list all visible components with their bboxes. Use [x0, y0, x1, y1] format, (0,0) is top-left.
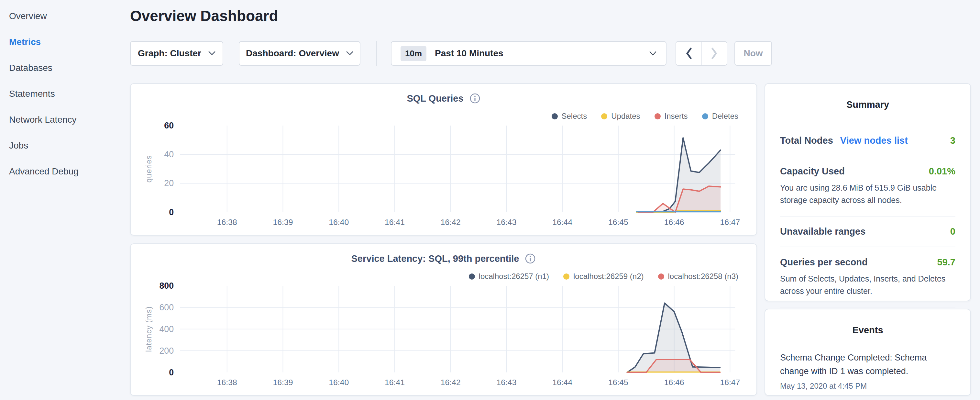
sidebar-item-statements[interactable]: Statements	[0, 81, 129, 107]
summary-row-value: 0	[950, 226, 955, 237]
svg-text:800: 800	[159, 281, 174, 291]
dashboard-dropdown-label: Dashboard: Overview	[246, 48, 339, 59]
time-next-button[interactable]	[702, 42, 727, 65]
sidebar: OverviewMetricsDatabasesStatementsNetwor…	[0, 0, 129, 185]
event-text: Schema Change Completed: Schema change w…	[780, 351, 955, 378]
svg-text:60: 60	[164, 121, 174, 131]
svg-text:0: 0	[169, 368, 174, 377]
summary-row-label: Capacity Used	[780, 166, 845, 177]
service-latency-chart-panel: Service Latency: SQL, 99th percentile lo…	[130, 243, 757, 396]
sidebar-item-databases[interactable]: Databases	[0, 55, 129, 81]
service-latency-chart[interactable]: 0200400600800latency (ms)16:3816:3916:40…	[131, 244, 756, 395]
svg-text:16:43: 16:43	[496, 218, 516, 226]
events-panel: Events Schema Change Completed: Schema c…	[765, 309, 971, 396]
sidebar-item-jobs[interactable]: Jobs	[0, 133, 129, 159]
summary-panel: Summary Total NodesView nodes list3Capac…	[765, 83, 971, 301]
svg-text:latency (ms): latency (ms)	[144, 306, 153, 352]
svg-text:16:47: 16:47	[720, 218, 740, 226]
chevron-down-icon	[346, 51, 353, 56]
toolbar: Graph: Cluster Dashboard: Overview 10m P…	[130, 41, 772, 66]
summary-row-value: 0.01%	[929, 166, 955, 177]
svg-text:16:41: 16:41	[385, 218, 405, 226]
view-nodes-list-link[interactable]: View nodes list	[840, 135, 908, 146]
svg-text:16:41: 16:41	[385, 378, 405, 387]
svg-text:queries: queries	[144, 155, 153, 183]
summary-row-label: Unavailable ranges	[780, 226, 865, 237]
svg-text:16:38: 16:38	[217, 218, 237, 226]
summary-row: Unavailable ranges0	[780, 216, 955, 247]
graph-dropdown-label: Graph: Cluster	[138, 48, 201, 59]
summary-row-label: Queries per second	[780, 257, 868, 268]
summary-row-value: 59.7	[937, 257, 955, 268]
toolbar-divider	[376, 41, 377, 66]
svg-text:16:44: 16:44	[552, 378, 572, 387]
summary-row: Queries per second59.7Sum of Selects, Up…	[780, 247, 955, 307]
event-timestamp: May 13, 2020 at 4:45 PM	[780, 382, 955, 390]
summary-title: Summary	[780, 99, 955, 110]
sidebar-item-overview[interactable]: Overview	[0, 3, 129, 29]
svg-text:16:38: 16:38	[217, 378, 237, 387]
svg-text:16:45: 16:45	[608, 218, 628, 226]
chevron-left-icon	[685, 48, 692, 59]
chevron-right-icon	[711, 48, 718, 59]
svg-text:16:40: 16:40	[329, 378, 349, 387]
svg-text:16:45: 16:45	[608, 378, 628, 387]
summary-row-description: You are using 28.6 MiB of 515.9 GiB usab…	[780, 182, 955, 206]
sql-queries-chart[interactable]: 0204060queries16:3816:3916:4016:4116:421…	[131, 84, 756, 235]
summary-row: Capacity Used0.01%You are using 28.6 MiB…	[780, 156, 955, 216]
chevron-down-icon	[208, 51, 215, 56]
svg-text:16:42: 16:42	[441, 218, 461, 226]
svg-text:16:39: 16:39	[273, 378, 293, 387]
svg-text:400: 400	[159, 324, 174, 334]
summary-row-value: 3	[950, 135, 955, 146]
svg-text:40: 40	[164, 150, 174, 159]
page-title: Overview Dashboard	[130, 7, 278, 25]
summary-row-label: Total Nodes	[780, 135, 833, 146]
time-range-selector[interactable]: 10m Past 10 Minutes	[391, 41, 667, 66]
svg-text:16:43: 16:43	[496, 378, 516, 387]
svg-text:16:46: 16:46	[664, 378, 684, 387]
events-list: Schema Change Completed: Schema change w…	[780, 351, 955, 390]
svg-text:20: 20	[164, 178, 174, 188]
time-range-badge: 10m	[401, 46, 426, 61]
dashboard-dropdown[interactable]: Dashboard: Overview	[239, 41, 360, 66]
time-prev-button[interactable]	[676, 42, 702, 65]
svg-text:16:47: 16:47	[720, 378, 740, 387]
svg-text:16:44: 16:44	[552, 218, 572, 226]
graph-dropdown[interactable]: Graph: Cluster	[130, 41, 223, 66]
svg-text:600: 600	[159, 303, 174, 312]
svg-text:16:42: 16:42	[441, 378, 461, 387]
svg-text:200: 200	[159, 346, 174, 356]
summary-rows: Total NodesView nodes list3Capacity Used…	[780, 126, 955, 338]
svg-text:16:39: 16:39	[273, 218, 293, 226]
svg-text:0: 0	[169, 207, 174, 217]
now-button[interactable]: Now	[735, 41, 772, 66]
sql-queries-chart-panel: SQL Queries SelectsUpdatesInsertsDeletes…	[130, 83, 757, 236]
summary-row: Total NodesView nodes list3	[780, 126, 955, 156]
svg-text:16:40: 16:40	[329, 218, 349, 226]
summary-row-description: Sum of Selects, Updates, Inserts, and De…	[780, 273, 955, 297]
chevron-down-icon	[649, 51, 657, 56]
sidebar-item-network-latency[interactable]: Network Latency	[0, 107, 129, 133]
event-item: Schema Change Completed: Schema change w…	[780, 351, 955, 390]
sidebar-item-metrics[interactable]: Metrics	[0, 29, 129, 55]
time-step-buttons	[676, 41, 727, 66]
sidebar-item-advanced-debug[interactable]: Advanced Debug	[0, 159, 129, 185]
svg-text:16:46: 16:46	[664, 218, 684, 226]
app-root: OverviewMetricsDatabasesStatementsNetwor…	[0, 0, 980, 400]
events-title: Events	[780, 325, 955, 336]
time-range-label: Past 10 Minutes	[435, 48, 649, 59]
